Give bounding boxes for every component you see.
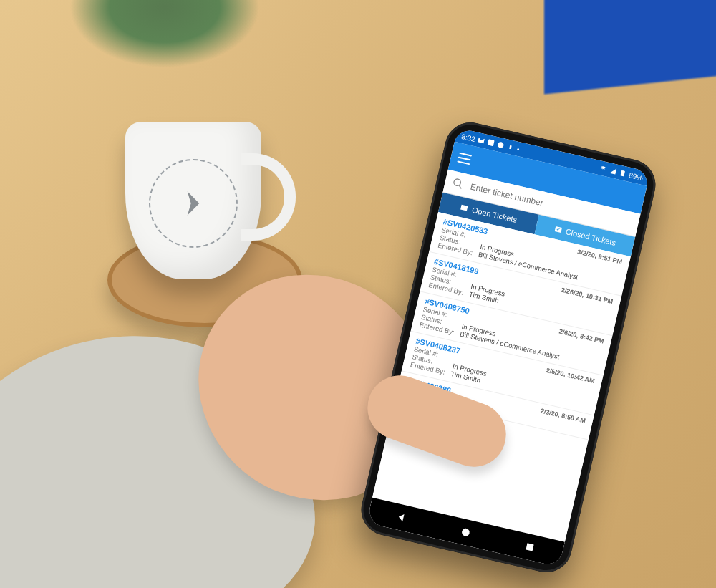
- nav-back-icon[interactable]: [395, 511, 408, 524]
- svg-point-6: [461, 528, 470, 537]
- search-icon: [451, 177, 465, 191]
- battery-percent: 89%: [628, 170, 644, 181]
- signal-icon: [609, 167, 617, 175]
- facebook-icon: [497, 140, 505, 149]
- mail-icon: [477, 136, 485, 145]
- notification-icon: [506, 143, 515, 152]
- svg-line-5: [458, 185, 462, 189]
- svg-point-4: [453, 178, 461, 186]
- svg-rect-0: [488, 139, 495, 146]
- battery-icon: [619, 169, 627, 178]
- svg-rect-2: [620, 170, 625, 176]
- menu-icon[interactable]: [457, 153, 472, 165]
- nav-home-icon[interactable]: [459, 526, 473, 539]
- svg-point-1: [498, 141, 505, 148]
- svg-rect-7: [526, 543, 533, 551]
- linkedin-icon: [487, 138, 495, 147]
- closed-tickets-icon: [553, 224, 563, 234]
- mug-logo: [149, 159, 238, 248]
- more-notifications-icon: •: [516, 145, 521, 153]
- open-tickets-icon: [459, 203, 469, 213]
- wifi-icon: [599, 164, 608, 173]
- status-time: 8:32: [461, 132, 476, 143]
- nav-recent-icon[interactable]: [523, 540, 536, 554]
